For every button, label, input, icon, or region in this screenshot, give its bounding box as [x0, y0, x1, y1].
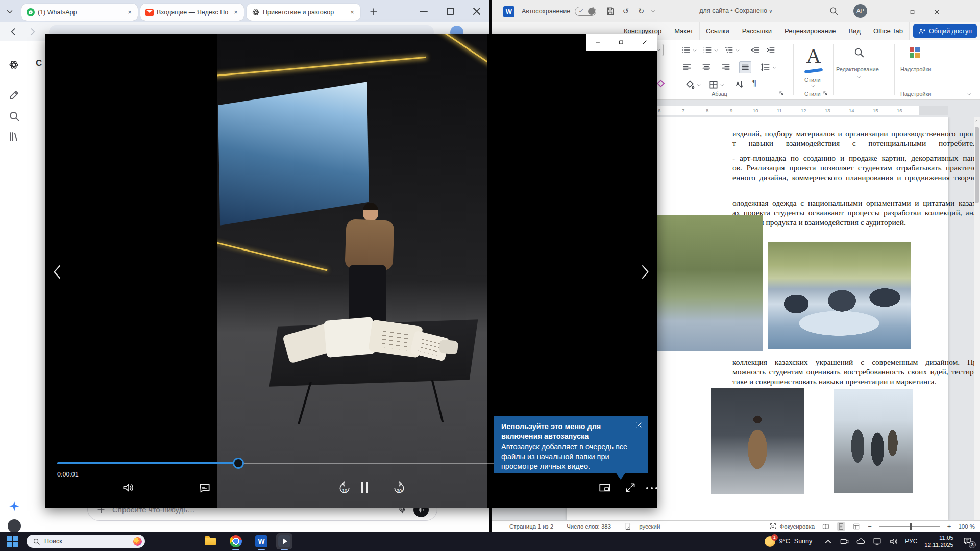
numbered-list-chevron-icon[interactable] [714, 48, 719, 53]
player-minimize-button[interactable] [586, 34, 609, 51]
styles-big-icon[interactable]: А [800, 44, 827, 73]
tray-chevron-up-icon[interactable] [823, 537, 833, 546]
multilevel-list-icon[interactable] [724, 45, 734, 55]
films-tv-icon[interactable] [278, 535, 290, 547]
start-button[interactable] [7, 536, 18, 547]
tab-chatgpt[interactable]: Приветствие и разговор × [247, 4, 360, 21]
chatgpt-logo-icon[interactable] [8, 59, 20, 71]
ribbon-tab-view[interactable]: Вид [842, 22, 867, 40]
editing-icon[interactable] [853, 47, 865, 58]
next-video-chevron-icon[interactable] [635, 263, 653, 281]
styles-dialog-launcher-icon[interactable] [822, 90, 829, 97]
ribbon-tab-review[interactable]: Рецензирование [778, 22, 842, 40]
word-maximize-button[interactable] [901, 5, 923, 18]
ribbon-tab-mailings[interactable]: Рассылки [736, 22, 778, 40]
tab-whatsapp[interactable]: (1) WhatsApp × [21, 4, 138, 21]
collapse-ribbon-chevron-icon[interactable] [967, 92, 972, 97]
web-layout-icon[interactable] [852, 522, 861, 531]
tab-search-chevron-icon[interactable] [5, 7, 14, 16]
indent-icon[interactable] [766, 45, 776, 55]
tab-yandex-close-icon[interactable]: × [232, 8, 240, 16]
user-avatar[interactable] [8, 519, 21, 533]
browser-minimize-button[interactable] [415, 5, 432, 17]
new-chat-icon[interactable] [8, 89, 20, 101]
status-language[interactable]: русский [639, 523, 660, 530]
ribbon-tab-references[interactable]: Ссылки [700, 22, 736, 40]
borders-icon[interactable] [708, 80, 719, 90]
speaker-icon[interactable] [889, 537, 898, 546]
scroll-up-icon[interactable] [975, 119, 979, 123]
align-justify-icon[interactable] [739, 61, 751, 73]
styles-chevron-icon[interactable] [811, 84, 816, 89]
read-mode-icon[interactable] [822, 522, 830, 531]
volume-icon[interactable] [121, 481, 135, 494]
mini-player-icon[interactable] [598, 481, 611, 494]
video-frame[interactable] [217, 34, 487, 508]
status-page[interactable]: Страница 1 из 2 [509, 523, 553, 530]
shading-icon[interactable] [685, 80, 695, 90]
previous-video-chevron-icon[interactable] [49, 263, 67, 281]
focus-icon[interactable] [769, 522, 777, 530]
numbered-list-icon[interactable] [702, 45, 713, 55]
sparkle-icon[interactable] [8, 500, 20, 512]
bullet-list-icon[interactable] [681, 45, 691, 55]
subtitles-icon[interactable] [198, 481, 211, 494]
highlight-color-icon[interactable] [657, 80, 665, 88]
addins-grid-icon[interactable] [910, 47, 921, 58]
zoom-level[interactable]: 100 % [958, 523, 975, 530]
taskbar-search[interactable]: Поиск [27, 535, 145, 548]
outdent-icon[interactable] [750, 45, 761, 55]
tooltip-close-icon[interactable] [635, 421, 643, 429]
search-chats-icon[interactable] [8, 110, 20, 122]
player-maximize-button[interactable] [609, 34, 633, 51]
tab-chatgpt-close-icon[interactable]: × [348, 8, 356, 16]
network-icon[interactable] [872, 537, 882, 546]
tab-whatsapp-close-icon[interactable]: × [126, 8, 134, 16]
fullscreen-icon[interactable] [624, 481, 637, 494]
scrollbar-thumb[interactable] [975, 127, 979, 203]
focus-label[interactable]: Фокусировка [780, 523, 815, 530]
seek-handle[interactable] [233, 458, 244, 469]
styles-button-label[interactable]: Стили [804, 77, 821, 83]
addins-button-label[interactable]: Надстройки [900, 66, 931, 72]
document-scrollbar[interactable] [974, 117, 980, 520]
align-right-icon[interactable] [721, 62, 731, 72]
zoom-slider[interactable] [879, 526, 940, 527]
paragraph-dialog-launcher-icon[interactable] [778, 90, 785, 97]
zoom-in-button[interactable]: + [947, 522, 951, 530]
browser-close-button[interactable] [468, 5, 485, 17]
editing-label[interactable]: Редактирование [836, 66, 879, 72]
line-spacing-chevron-icon[interactable] [772, 65, 777, 70]
zoom-slider-handle[interactable] [910, 523, 912, 530]
weather-widget[interactable]: 1 9°C Sunny [765, 536, 812, 547]
shading-chevron-icon[interactable] [696, 83, 701, 88]
status-words[interactable]: Число слов: 383 [567, 523, 611, 530]
pause-button[interactable] [359, 482, 370, 493]
zoom-out-button[interactable]: − [868, 522, 872, 530]
chrome-icon[interactable] [230, 535, 242, 547]
multilevel-list-chevron-icon[interactable] [735, 48, 740, 53]
onedrive-cloud-icon[interactable] [856, 537, 866, 546]
language-indicator[interactable]: РУС [905, 538, 917, 545]
tab-yandex-mail[interactable]: Входящие — Яндекс По × [140, 4, 244, 21]
pilcrow-icon[interactable]: ¶ [749, 79, 760, 89]
word-search-icon[interactable] [829, 6, 839, 16]
print-layout-icon[interactable] [837, 522, 845, 531]
more-options-button[interactable] [646, 486, 662, 490]
editing-chevron-icon[interactable] [856, 74, 862, 80]
file-explorer-icon[interactable] [204, 535, 216, 547]
sort-icon[interactable] [734, 80, 744, 90]
bullet-list-chevron-icon[interactable] [692, 48, 697, 53]
notification-center-icon[interactable]: 3 [963, 536, 973, 546]
line-spacing-icon[interactable] [761, 62, 771, 72]
meet-camera-icon[interactable] [840, 537, 849, 546]
forward-button[interactable] [28, 27, 38, 37]
proofing-icon[interactable] [624, 522, 632, 530]
player-close-button[interactable] [633, 34, 656, 51]
word-minimize-button[interactable] [876, 5, 898, 18]
clock[interactable]: 11:05 12.11.2025 [924, 534, 953, 548]
align-left-icon[interactable] [682, 62, 692, 72]
share-button[interactable]: Общий доступ [913, 24, 977, 38]
browser-maximize-button[interactable] [442, 5, 459, 17]
back-button[interactable] [8, 27, 18, 37]
